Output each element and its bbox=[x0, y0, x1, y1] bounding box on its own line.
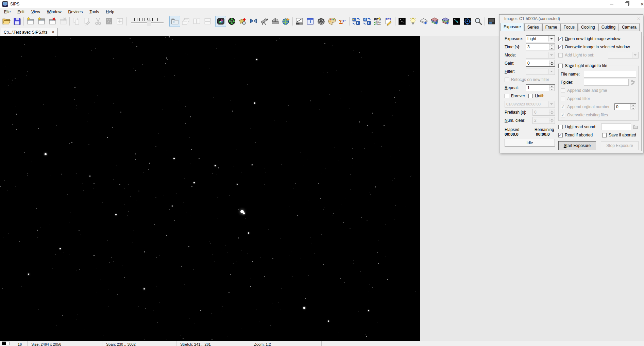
save-if-aborted-checkbox[interactable] bbox=[602, 133, 607, 137]
copy-image-button bbox=[71, 16, 82, 27]
read-sound-checkbox[interactable] bbox=[558, 125, 563, 129]
camera-icon bbox=[217, 17, 225, 26]
exposure-status-value: Idle bbox=[526, 141, 533, 145]
read-sound-input[interactable] bbox=[601, 123, 631, 130]
until-datetime-row: 01/09/2023 00:00:00 bbox=[505, 100, 555, 108]
tab-camera[interactable]: Camera bbox=[619, 23, 640, 31]
bright-star bbox=[248, 232, 249, 234]
close-image-window-button[interactable] bbox=[47, 16, 57, 27]
until-datetime-combo: 01/09/2023 00:00:00 bbox=[505, 101, 555, 108]
gain-spinner[interactable]: 0 bbox=[526, 60, 555, 67]
fits-filter-gain-button[interactable]: FITSFilterGain bbox=[372, 16, 383, 27]
tab-frame[interactable]: Frame bbox=[542, 23, 560, 31]
refocus-row: Refocus on new filter bbox=[505, 76, 555, 84]
spin-up-icon[interactable] bbox=[549, 44, 554, 47]
save-to-file-checkbox[interactable] bbox=[558, 64, 563, 68]
spin-down-icon[interactable] bbox=[549, 47, 554, 50]
filter-wheel-button[interactable] bbox=[226, 16, 237, 27]
append-ordinal-label: Append ordinal number bbox=[567, 104, 614, 109]
file-name-row: File name: bbox=[561, 70, 636, 78]
spin-down-icon[interactable] bbox=[549, 88, 554, 90]
combo-arrow-icon[interactable] bbox=[548, 36, 554, 42]
stack-color-button[interactable] bbox=[429, 16, 440, 27]
save-image-button[interactable] bbox=[12, 16, 22, 27]
flat-wizard-button[interactable] bbox=[407, 16, 418, 27]
batch-convert-flat-button[interactable]: F bbox=[351, 16, 361, 27]
menu-window[interactable]: Window bbox=[44, 8, 65, 16]
tab-focus[interactable]: Focus bbox=[560, 23, 578, 31]
overwrite-window-checkbox[interactable] bbox=[558, 45, 563, 49]
align-images-button[interactable] bbox=[451, 16, 462, 27]
image-viewer[interactable] bbox=[0, 36, 420, 341]
spin-up-icon[interactable] bbox=[630, 104, 635, 107]
svg-text:FITS: FITS bbox=[386, 18, 391, 20]
image-thumbnails-button[interactable] bbox=[169, 16, 180, 27]
repeat-label: Repeat: bbox=[505, 85, 526, 90]
star-map-button[interactable] bbox=[396, 16, 407, 27]
zoom-slider-handle[interactable] bbox=[147, 20, 151, 26]
menu-help[interactable]: Help bbox=[102, 8, 118, 16]
flip-mirror-button[interactable] bbox=[248, 16, 259, 27]
fits-edit-icon: FITS bbox=[385, 17, 393, 26]
planetarium-button[interactable] bbox=[281, 16, 291, 27]
menu-tools[interactable]: Tools bbox=[86, 8, 102, 16]
folder-browse-button[interactable] bbox=[630, 79, 636, 85]
menu-edit[interactable]: Edit bbox=[14, 8, 28, 16]
statistics-button[interactable]: Σx² bbox=[337, 16, 348, 27]
repeat-spinner[interactable]: 1 bbox=[526, 84, 555, 91]
combine-color-button[interactable] bbox=[440, 16, 451, 27]
start-exposure-button[interactable]: Start Exposure bbox=[558, 141, 596, 150]
fits-editor-button[interactable]: FITS bbox=[383, 16, 394, 27]
append-ordinal-spinner[interactable]: 0 bbox=[614, 103, 636, 110]
image-window-toggle-button[interactable] bbox=[486, 16, 497, 27]
spin-down-icon[interactable] bbox=[549, 63, 554, 66]
remaining-value: 00:00.0 bbox=[536, 132, 550, 137]
new-image-window-button[interactable] bbox=[25, 16, 36, 27]
toolbar-separator bbox=[214, 17, 214, 26]
menu-view[interactable]: View bbox=[28, 8, 44, 16]
forever-checkbox[interactable] bbox=[505, 94, 509, 98]
tab-close-icon[interactable]: ✕ bbox=[52, 30, 55, 34]
telescope-mount-button[interactable] bbox=[259, 16, 270, 27]
numclear-row: Num. clear: 2 bbox=[505, 116, 555, 125]
minimize-icon bbox=[610, 4, 613, 4]
imager-close-icon[interactable]: ✕ bbox=[637, 15, 640, 23]
batch-convert-button[interactable]: dF bbox=[361, 16, 372, 27]
dome-control-button[interactable] bbox=[270, 16, 281, 27]
tab-exposure[interactable]: Exposure bbox=[501, 23, 524, 31]
aborted-row: Read if aborted Save if aborted bbox=[558, 131, 639, 139]
image-set-button[interactable] bbox=[316, 16, 326, 27]
time-spinner[interactable]: 3 bbox=[526, 44, 555, 50]
open-image-button[interactable] bbox=[1, 16, 12, 27]
image-tab[interactable]: C:\...\Test avec SIPS.fits ✕ bbox=[1, 28, 58, 36]
minimize-button[interactable] bbox=[604, 0, 619, 8]
zoom-slider[interactable] bbox=[131, 17, 164, 26]
spin-up-icon[interactable] bbox=[549, 61, 554, 63]
camera-control-button[interactable] bbox=[215, 16, 226, 27]
spin-up-icon[interactable] bbox=[549, 85, 554, 88]
tab-cooling[interactable]: Cooling bbox=[578, 23, 598, 31]
until-checkbox[interactable] bbox=[528, 94, 533, 98]
stack-images-button[interactable] bbox=[418, 16, 429, 27]
file-name-input[interactable] bbox=[584, 71, 636, 78]
focuser-button[interactable] bbox=[237, 16, 248, 27]
color-tools-button[interactable] bbox=[326, 16, 337, 27]
open-new-checkbox[interactable] bbox=[558, 37, 563, 41]
menu-devices[interactable]: Devices bbox=[65, 8, 86, 16]
close-button[interactable]: ✕ bbox=[634, 0, 644, 8]
menu-file[interactable]: File bbox=[1, 8, 14, 16]
exposure-type-combo[interactable]: Light bbox=[526, 35, 555, 42]
restore-button[interactable] bbox=[619, 0, 634, 8]
histogram-stretch-button[interactable] bbox=[294, 16, 305, 27]
read-if-aborted-checkbox[interactable] bbox=[558, 133, 563, 137]
spin-down-icon[interactable] bbox=[630, 107, 635, 110]
plate-solve-button[interactable] bbox=[473, 16, 484, 27]
new-image-windows-button[interactable] bbox=[36, 16, 47, 27]
tab-guiding[interactable]: Guiding bbox=[598, 23, 618, 31]
guiding-target-button[interactable] bbox=[462, 16, 473, 27]
combo-arrow-icon bbox=[548, 101, 554, 107]
sound-browse-button[interactable] bbox=[632, 124, 639, 130]
tab-series[interactable]: Series bbox=[524, 23, 542, 31]
fits-header-button[interactable]: i bbox=[305, 16, 316, 27]
folder-input[interactable] bbox=[584, 79, 629, 86]
